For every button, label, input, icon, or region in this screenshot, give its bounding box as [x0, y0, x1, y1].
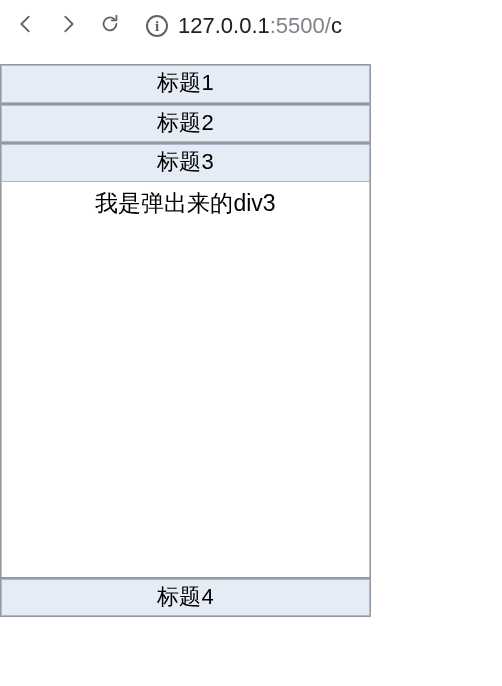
- address-bar[interactable]: i 127.0.0.1:5500/c: [146, 13, 342, 39]
- accordion-item-3: 标题3 我是弹出来的div3: [1, 142, 370, 577]
- accordion-panel-3: 我是弹出来的div3: [1, 182, 370, 577]
- forward-button[interactable]: [50, 8, 86, 44]
- accordion-header-2[interactable]: 标题2: [1, 105, 370, 143]
- page-content: 标题1 标题2 标题3 我是弹出来的div3 标题4: [0, 64, 502, 617]
- url-port: :5500/: [270, 13, 331, 38]
- accordion-item-2: 标题2: [1, 103, 370, 143]
- accordion-item-1: 标题1: [1, 65, 370, 103]
- forward-icon: [57, 13, 79, 40]
- accordion-header-4[interactable]: 标题4: [1, 579, 370, 617]
- site-info-icon[interactable]: i: [146, 15, 168, 37]
- back-button[interactable]: [8, 8, 44, 44]
- url-tail: c: [331, 13, 342, 38]
- reload-button[interactable]: [92, 8, 128, 44]
- accordion-header-1[interactable]: 标题1: [1, 65, 370, 103]
- accordion: 标题1 标题2 标题3 我是弹出来的div3 标题4: [0, 64, 371, 617]
- accordion-item-4: 标题4: [1, 577, 370, 617]
- url-text: 127.0.0.1:5500/c: [178, 13, 342, 39]
- accordion-header-3[interactable]: 标题3: [1, 144, 370, 182]
- url-host: 127.0.0.1: [178, 13, 270, 38]
- browser-toolbar: i 127.0.0.1:5500/c: [0, 0, 502, 52]
- back-icon: [15, 13, 37, 40]
- reload-icon: [99, 13, 121, 40]
